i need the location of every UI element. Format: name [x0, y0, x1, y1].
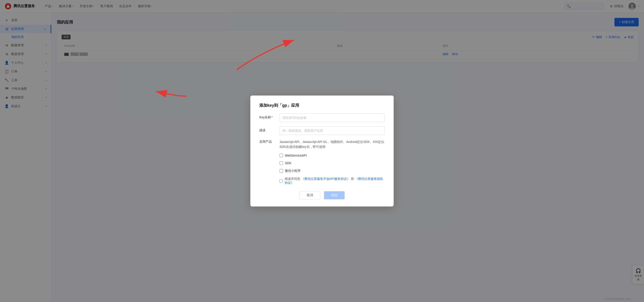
modal-title: 添加key到「gp」应用 [259, 103, 385, 108]
product-row: 启用产品 Javascript API、Javascript API GL、地图… [259, 139, 385, 149]
agree-link1[interactable]: 《腾讯位置服务开放API服务协议》 [301, 177, 350, 181]
product-desc: Javascript API、Javascript API GL、地图组件、An… [280, 139, 385, 149]
desc-label: 描述 [259, 126, 280, 132]
desc-row: 描述 [259, 126, 385, 135]
cancel-button[interactable]: 取消 [300, 191, 320, 199]
agree-text: 阅读并同意 《腾讯位置服务开放API服务协议》 和 《腾讯位置服务隐私协议》 [284, 177, 385, 185]
sdk-checkbox-row: SDK [259, 161, 385, 165]
webservice-checkbox[interactable] [280, 154, 283, 157]
arrow-to-webservice [157, 92, 186, 96]
webservice-label[interactable]: WebServiceAPI [285, 154, 307, 157]
add-button[interactable]: 添加 [324, 191, 344, 199]
desc-input[interactable] [280, 126, 385, 135]
key-name-label: Key名称* [259, 113, 280, 119]
agree-row: 阅读并同意 《腾讯位置服务开放API服务协议》 和 《腾讯位置服务隐私协议》 [259, 177, 385, 185]
add-key-modal: 添加key到「gp」应用 Key名称* 描述 启用产品 Javascript A… [250, 95, 394, 207]
wechat-checkbox-row: 微信小程序 [259, 169, 385, 173]
wechat-label[interactable]: 微信小程序 [285, 169, 300, 173]
webservice-checkbox-row: WebServiceAPI [259, 154, 385, 157]
key-name-row: Key名称* [259, 113, 385, 122]
modal-footer: 取消 添加 [259, 191, 385, 199]
product-label: 启用产品 [259, 139, 280, 144]
sdk-label[interactable]: SDK [285, 161, 291, 165]
sdk-checkbox[interactable] [280, 161, 283, 165]
arrow-to-add-key [237, 40, 293, 69]
modal-overlay[interactable]: 添加key到「gp」应用 Key名称* 描述 启用产品 Javascript A… [0, 0, 644, 302]
agree-checkbox[interactable] [280, 179, 283, 183]
wechat-checkbox[interactable] [280, 169, 283, 173]
key-name-input[interactable] [280, 113, 385, 122]
